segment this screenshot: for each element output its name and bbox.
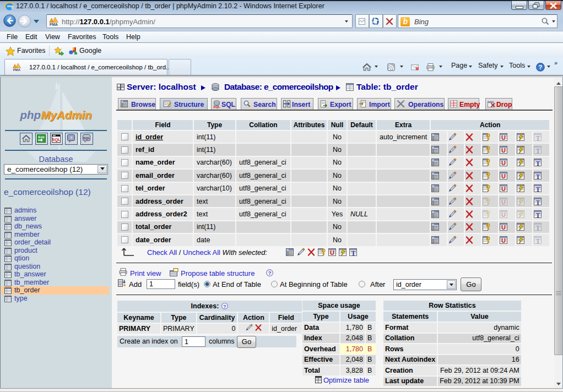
svg-text:PMA: PMA: [13, 68, 21, 72]
svg-text:SQL: SQL: [52, 137, 61, 142]
svg-text:Exit: Exit: [38, 135, 44, 139]
svg-text:SQL: SQL: [213, 105, 220, 108]
svg-text:PMA: PMA: [50, 23, 58, 26]
svg-text:SQL: SQL: [83, 137, 90, 140]
svg-text:?: ?: [70, 135, 73, 140]
